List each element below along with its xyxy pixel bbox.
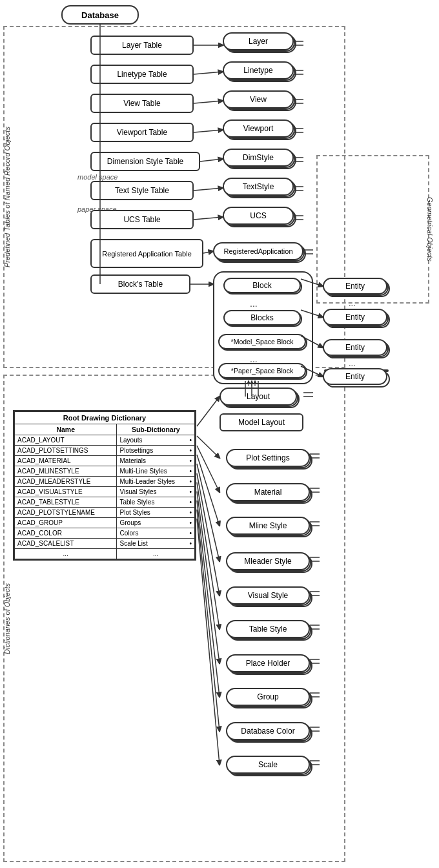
ucs-table-box: UCS Table: [90, 210, 194, 229]
label-named-records: Predefined Tables of Named Record Object…: [3, 26, 12, 368]
dict-row: ACAD_GROUPGroups •: [15, 518, 195, 528]
dict-row: ACAD_MATERIALMaterials •: [15, 456, 195, 466]
entity-dots-2: ...: [349, 358, 356, 368]
dict-row-dots: ......: [15, 549, 195, 559]
dict-row: ACAD_PLOTSETTINGSPlotsettings •: [15, 446, 195, 456]
entity-dots-1: ...: [349, 298, 356, 308]
dict-row: ACAD_MLEADERSTYLEMulti-Leader Styles •: [15, 477, 195, 487]
main-container: Database Predefined Tables of Named Reco…: [0, 0, 439, 868]
dict-row: ACAD_SCALELISTScale List •: [15, 539, 195, 549]
dict-row: ACAD_MLINESTYLEMulti-Line Styles •: [15, 466, 195, 477]
layer-table-box: Layer Table: [90, 36, 194, 55]
viewport-table-box: Viewport Table: [90, 123, 194, 142]
dict-col-name: Name: [15, 424, 117, 435]
label-dictionaries: Dictionaries of Objects: [3, 375, 11, 862]
dictionary-table: Root Drawing Dictionary NameSub-Dictiona…: [13, 410, 196, 561]
dict-row: ACAD_COLORColors •: [15, 528, 195, 539]
dimstyle-table-box: Dimension Style Table: [90, 152, 200, 171]
model-layout-box: Model Layout: [220, 413, 303, 431]
dict-row: ACAD_PLOTSTYLENAMEPlot Styles •: [15, 508, 195, 518]
dict-row: ACAD_TABLESTYLETable Styles •: [15, 497, 195, 508]
model-space-label: model space: [77, 173, 117, 181]
block-records-container: Block ... Blocks *Model_Space Block ... …: [213, 271, 313, 384]
dict-row: ACAD_VISUALSTYLEVisual Styles •: [15, 487, 195, 497]
dict-col-subdict: Sub-Dictionary: [117, 424, 195, 435]
textstyle-table-box: Text Style Table: [90, 181, 194, 200]
view-table-box: View Table: [90, 94, 194, 113]
linetype-table-box: Linetype Table: [90, 65, 194, 84]
database-box: Database: [61, 5, 139, 25]
label-geometrical: Geometrical Objects: [426, 155, 434, 304]
blocks-table-box: Block's Table: [90, 274, 190, 294]
regapp-table-box: Registered Application Table: [90, 239, 203, 268]
database-title: Database: [81, 10, 119, 20]
dict-row: ACAD_LAYOUTLayouts •: [15, 435, 195, 446]
